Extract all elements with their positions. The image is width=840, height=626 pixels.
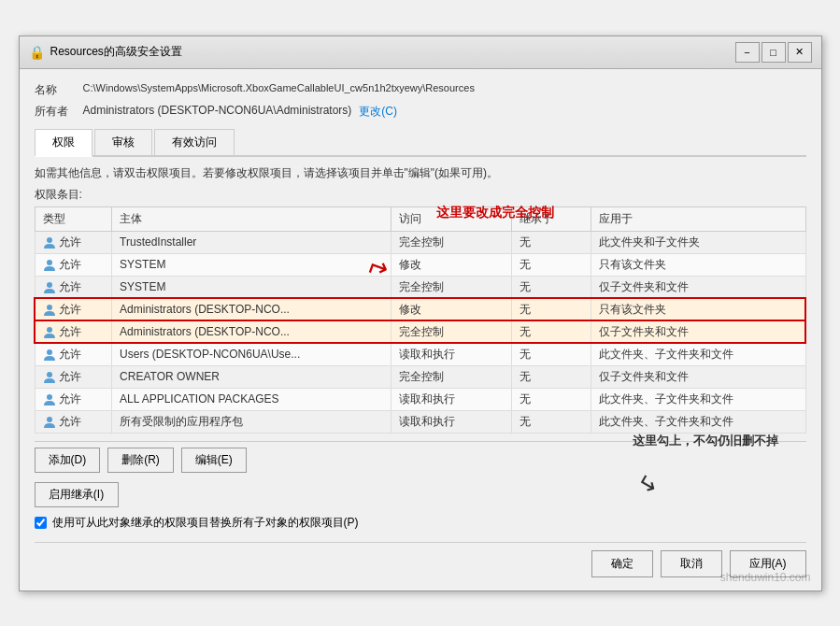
table-row[interactable]: 允许CREATOR OWNER完全控制无仅子文件夹和文件 (35, 365, 805, 388)
cell-inherit: 无 (511, 388, 591, 410)
table-body: 允许TrustedInstaller完全控制无此文件夹和子文件夹允许SYSTEM… (35, 231, 805, 433)
cell-type: 允许 (35, 365, 112, 388)
replace-permissions-checkbox[interactable] (35, 517, 47, 529)
name-label: 名称 (35, 82, 83, 98)
cell-type: 允许 (35, 388, 112, 410)
svg-point-6 (47, 372, 52, 377)
cell-subject: Administrators (DESKTOP-NCO... (112, 320, 392, 343)
ok-cancel-row: 确定 取消 应用(A) (35, 542, 806, 577)
cell-apply: 仅子文件夹和文件 (591, 365, 805, 388)
cell-type: 允许 (35, 298, 112, 320)
table-row[interactable]: 允许所有受限制的应用程序包读取和执行无此文件夹、子文件夹和文件 (35, 410, 805, 433)
watermark: shenduwin10.com (720, 571, 811, 584)
cell-type: 允许 (35, 253, 112, 276)
table-row[interactable]: 允许Users (DESKTOP-NCON6UA\Use...读取和执行无此文件… (35, 343, 805, 365)
cell-inherit: 无 (511, 276, 591, 298)
cancel-button[interactable]: 取消 (661, 550, 722, 577)
svg-point-3 (47, 305, 52, 310)
remove-button[interactable]: 删除(R) (107, 448, 174, 473)
main-content: 名称 C:\Windows\SystemApps\Microsoft.XboxG… (20, 69, 821, 590)
svg-point-0 (47, 237, 52, 243)
close-button[interactable]: ✕ (788, 42, 812, 63)
cell-inherit: 无 (511, 365, 591, 388)
svg-point-2 (47, 282, 52, 288)
title-bar-left: 🔒 Resources的高级安全设置 (29, 44, 182, 60)
cell-access: 修改 (392, 298, 511, 320)
cell-apply: 只有该文件夹 (591, 298, 805, 320)
tab-effective-access[interactable]: 有效访问 (154, 129, 235, 155)
user-icon (43, 325, 56, 338)
table-row[interactable]: 允许Administrators (DESKTOP-NCO...修改无只有该文件… (35, 298, 805, 320)
bottom-section: 添加(D) 删除(R) 编辑(E) 这里勾上，不勾仍旧删不掉 ↵ 启用继承(I)… (35, 441, 806, 531)
minimize-button[interactable]: − (735, 42, 760, 63)
svg-point-8 (47, 417, 52, 422)
cell-access: 完全控制 (392, 276, 511, 298)
table-annotation-container: 这里要改成完全控制 ↵ 类型 主体 访问 继承于 应用于 允许Tru (35, 206, 806, 434)
cell-inherit: 无 (511, 253, 591, 276)
cell-type: 允许 (35, 231, 112, 253)
cell-apply: 此文件夹、子文件夹和文件 (591, 343, 805, 365)
owner-label: 所有者 (35, 104, 83, 120)
permission-table: 类型 主体 访问 继承于 应用于 允许TrustedInstaller完全控制无… (35, 206, 806, 434)
tab-audit[interactable]: 审核 (94, 129, 152, 155)
user-icon (43, 392, 56, 405)
svg-point-1 (47, 260, 52, 265)
help-text: 如需其他信息，请双击权限项目。若要修改权限项目，请选择该项目并单击"编辑"(如果… (35, 164, 806, 181)
svg-point-7 (47, 394, 52, 400)
edit-button[interactable]: 编辑(E) (181, 448, 247, 473)
window-icon: 🔒 (29, 45, 45, 60)
svg-point-4 (47, 327, 52, 333)
cell-inherit: 无 (511, 343, 591, 365)
cell-access: 完全控制 (392, 320, 511, 343)
cell-inherit: 无 (511, 410, 591, 433)
title-bar: 🔒 Resources的高级安全设置 − □ ✕ (20, 36, 821, 69)
cell-access: 完全控制 (392, 365, 511, 388)
cell-subject: SYSTEM (112, 276, 392, 298)
table-row[interactable]: 允许ALL APPLICATION PACKAGES读取和执行无此文件夹、子文件… (35, 388, 805, 410)
name-row: 名称 C:\Windows\SystemApps\Microsoft.XboxG… (35, 82, 806, 98)
cell-subject: ALL APPLICATION PACKAGES (112, 388, 392, 410)
tabs-bar: 权限 审核 有效访问 (35, 129, 806, 157)
cell-subject: 所有受限制的应用程序包 (112, 410, 392, 433)
table-row[interactable]: 允许SYSTEM完全控制无仅子文件夹和文件 (35, 276, 805, 298)
cell-inherit: 无 (511, 231, 591, 253)
cell-access: 修改 (392, 253, 511, 276)
table-header-row: 类型 主体 访问 继承于 应用于 (35, 206, 805, 231)
owner-value: Administrators (DESKTOP-NCON6UA\Administ… (83, 104, 352, 117)
user-icon (43, 415, 56, 428)
user-icon (43, 235, 56, 249)
cell-apply: 仅子文件夹和文件 (591, 276, 805, 298)
cell-apply: 只有该文件夹 (591, 253, 805, 276)
add-button[interactable]: 添加(D) (35, 448, 101, 473)
enable-inherit-button[interactable]: 启用继承(I) (35, 482, 119, 507)
col-apply: 应用于 (591, 206, 805, 231)
col-type: 类型 (35, 206, 112, 231)
table-row[interactable]: 允许SYSTEM修改无只有该文件夹 (35, 253, 805, 276)
user-icon (43, 348, 56, 361)
ok-button[interactable]: 确定 (591, 550, 653, 577)
cell-access: 读取和执行 (392, 388, 511, 410)
cell-apply: 此文件夹、子文件夹和文件 (591, 388, 805, 410)
col-access: 访问 (392, 206, 511, 231)
maximize-button[interactable]: □ (762, 42, 786, 63)
change-owner-link[interactable]: 更改(C) (359, 104, 397, 120)
tab-permissions[interactable]: 权限 (35, 129, 93, 157)
cell-access: 读取和执行 (392, 410, 511, 433)
cell-access: 完全控制 (392, 231, 511, 253)
cell-type: 允许 (35, 276, 112, 298)
table-row[interactable]: 允许TrustedInstaller完全控制无此文件夹和子文件夹 (35, 231, 805, 253)
cell-subject: Administrators (DESKTOP-NCO... (112, 298, 392, 320)
window-title: Resources的高级安全设置 (50, 44, 182, 60)
table-header: 类型 主体 访问 继承于 应用于 (35, 206, 805, 231)
replace-permissions-label: 使用可从此对象继承的权限项目替换所有子对象的权限项目(P) (52, 515, 359, 531)
col-subject: 主体 (112, 206, 392, 231)
table-row[interactable]: 允许Administrators (DESKTOP-NCO...完全控制无仅子文… (35, 320, 805, 343)
cell-subject: CREATOR OWNER (112, 365, 392, 388)
main-window: 🔒 Resources的高级安全设置 − □ ✕ 名称 C:\Windows\S… (19, 36, 822, 591)
title-bar-controls: − □ ✕ (735, 42, 812, 63)
cell-access: 读取和执行 (392, 343, 511, 365)
cell-inherit: 无 (511, 320, 591, 343)
svg-point-5 (47, 349, 52, 355)
cell-apply: 仅子文件夹和文件 (591, 320, 805, 343)
cell-inherit: 无 (511, 298, 591, 320)
